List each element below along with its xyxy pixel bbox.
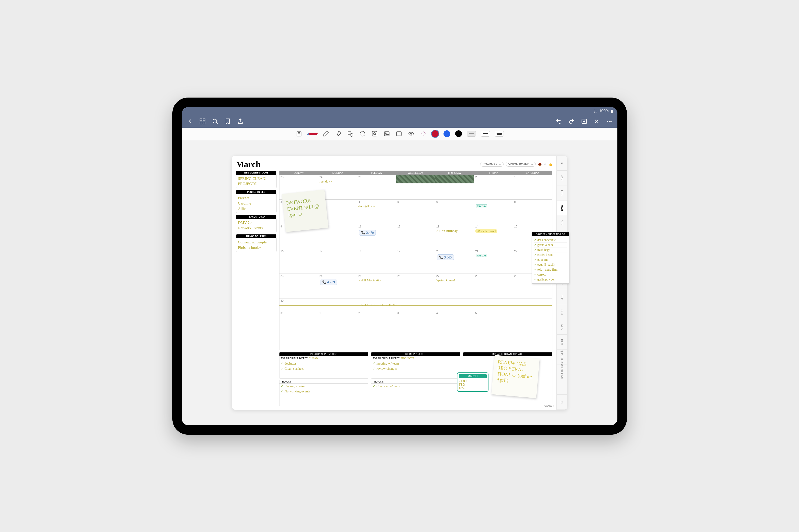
close-icon[interactable]: [593, 118, 600, 125]
svg-point-6: [607, 121, 608, 122]
calendar-cell[interactable]: 23: [279, 274, 319, 299]
day-header: SUNDAY: [279, 171, 319, 175]
roadmap-link[interactable]: ROADMAP →: [480, 162, 504, 167]
sidetab-DEC[interactable]: DEC: [557, 335, 567, 349]
bookmark-icon[interactable]: [224, 118, 231, 125]
grocery-item: granola bars: [534, 243, 567, 247]
calendar-cell[interactable]: 13Allie's Birthday!: [435, 224, 474, 249]
calendar-cell[interactable]: 1: [319, 311, 357, 323]
shape-icon[interactable]: [347, 130, 354, 137]
sidetab-APR[interactable]: APR: [557, 215, 567, 230]
sidetab-MAR[interactable]: MAR: [557, 201, 567, 215]
calendar-cell[interactable]: 28: [474, 175, 513, 200]
calendar-cell[interactable]: 203.365: [435, 249, 474, 274]
sidetab-OCT[interactable]: OCT: [557, 305, 567, 320]
day-header: SATURDAY: [513, 171, 552, 175]
planner-page[interactable]: March ROADMAP → VISION BOARD → 🌰 ♡ 👍 THI…: [232, 156, 567, 410]
calendar-cell[interactable]: 30VISIT PARENTS: [279, 299, 552, 311]
heart-icon[interactable]: ♡: [544, 163, 547, 166]
canvas[interactable]: March ROADMAP → VISION BOARD → 🌰 ♡ 👍 THI…: [182, 140, 617, 425]
text-icon[interactable]: [395, 130, 402, 137]
calendar-cell[interactable]: 26: [396, 175, 435, 200]
highlighter-icon[interactable]: [334, 130, 342, 137]
sidetab-★[interactable]: ★: [557, 156, 567, 171]
calendar-cell[interactable]: 2: [357, 311, 396, 323]
march-stats[interactable]: MARCH 2.080 TBD 10%: [457, 373, 489, 392]
eraser-icon[interactable]: [323, 130, 330, 137]
focus-block[interactable]: THIS MONTH'S FOCUS SPRING CLEAN!PROJECTS…: [236, 171, 276, 188]
personal-project-2[interactable]: PROJECT: Car registration Networking eve…: [279, 380, 368, 406]
calendar-cell[interactable]: 6: [435, 200, 474, 224]
svg-rect-0: [200, 119, 202, 121]
calendar-cell[interactable]: 25: [357, 175, 396, 200]
sidetab-QUARTERS[interactable]: QUARTERS: [557, 350, 567, 365]
more-icon[interactable]: [606, 118, 613, 125]
calendar-cell[interactable]: 3: [396, 311, 435, 323]
sidetab-SEP[interactable]: SEP: [557, 290, 567, 305]
stroke-thick[interactable]: [495, 131, 504, 137]
calendar-cell[interactable]: 27Spring Clean!: [435, 274, 474, 299]
color-blue[interactable]: [443, 130, 450, 137]
calendar-cell[interactable]: 28: [474, 274, 513, 299]
places-block[interactable]: PLACES TO GO DMV ☹Network Events: [236, 215, 276, 232]
calendar-cell[interactable]: 18: [357, 249, 396, 274]
calendar-cell[interactable]: 31: [279, 311, 319, 323]
sidetab-NOV[interactable]: NOV: [557, 320, 567, 335]
calendar-cell[interactable]: 8: [513, 200, 552, 224]
learn-block[interactable]: THINGS TO LEARN Connect w/ peopleFinish …: [236, 234, 276, 252]
calendar-cell[interactable]: 17: [319, 249, 357, 274]
sticky-network[interactable]: NETWORK EVENT 3/10 @ 1pm ☺: [282, 189, 328, 232]
back-icon[interactable]: [186, 118, 194, 125]
tape-icon[interactable]: [407, 130, 415, 137]
calendar-cell[interactable]: 14Work Project: [474, 224, 513, 249]
image-icon[interactable]: [383, 130, 391, 137]
calendar-cell[interactable]: 19: [396, 249, 435, 274]
calendar-cell[interactable]: 4docs@11am: [357, 200, 396, 224]
wifi-icon: ⬚: [594, 109, 597, 113]
calendar-cell[interactable]: 244.289: [319, 274, 357, 299]
calendar-cell[interactable]: 7PAY DAY: [474, 200, 513, 224]
calendar-cell[interactable]: 16: [279, 249, 319, 274]
lasso-icon[interactable]: [359, 130, 366, 137]
calendar-cell[interactable]: 112.470: [357, 224, 396, 249]
thumbsup-icon[interactable]: 👍: [549, 163, 552, 166]
calendar-cell[interactable]: 25Refill Medication: [357, 274, 396, 299]
calendar-cell[interactable]: 26: [396, 274, 435, 299]
sidetab-FEB[interactable]: FEB: [557, 186, 567, 200]
grocery-list[interactable]: GROCERY SHOPPING LIST dark chocolategran…: [532, 232, 569, 284]
search-icon[interactable]: [212, 118, 219, 125]
stroke-thin[interactable]: [467, 131, 476, 137]
calendar-cell[interactable]: 27: [435, 175, 474, 200]
personal-projects[interactable]: PERSONAL PROJECTS TOP PRIORITY PROJECT: …: [279, 352, 368, 379]
people-block[interactable]: PEOPLE TO SEE ParentsCarolineAllie: [236, 190, 276, 213]
share-icon[interactable]: [237, 118, 244, 125]
calendar-cell[interactable]: 12: [396, 224, 435, 249]
acorn-icon[interactable]: 🌰: [538, 163, 542, 166]
calendar-cell[interactable]: 5: [396, 200, 435, 224]
calendar-cell[interactable]: 1: [513, 175, 552, 200]
calendar-cell[interactable]: 5: [474, 311, 513, 323]
sidetab-SECTIONS[interactable]: SECTIONS: [557, 365, 567, 380]
grocery-item: carrots: [534, 272, 567, 277]
work-projects[interactable]: WORK PROJECTS TOP PRIORITY PROJECT: PROJ…: [371, 352, 460, 379]
color-red[interactable]: [432, 130, 438, 137]
undo-icon[interactable]: [555, 118, 563, 125]
sidetab-icon-15[interactable]: [557, 380, 567, 395]
calendar-cell[interactable]: 21PAY DAY: [474, 249, 513, 274]
readonly-icon[interactable]: [295, 130, 303, 137]
day-header: MONDAY: [319, 171, 357, 175]
sidetab-icon-16[interactable]: ⬚: [557, 395, 567, 410]
sidetab-JAN[interactable]: JAN: [557, 171, 567, 186]
work-project-2[interactable]: PROJECT: Check in w/ leads: [371, 380, 460, 406]
sticky-renew[interactable]: RENEW CAR REGISTRA-TION! ☺ (before April…: [491, 355, 539, 398]
redo-icon[interactable]: [568, 118, 575, 125]
visionboard-link[interactable]: VISION BOARD →: [506, 162, 536, 167]
pen-tool[interactable]: [308, 133, 317, 135]
thumbnails-icon[interactable]: [199, 118, 206, 125]
favorites-icon[interactable]: [371, 130, 378, 137]
stroke-med[interactable]: [481, 131, 490, 137]
calendar-cell[interactable]: 4: [435, 311, 474, 323]
color-black[interactable]: [455, 130, 462, 137]
add-icon[interactable]: [581, 118, 588, 125]
laser-icon[interactable]: [420, 130, 427, 137]
